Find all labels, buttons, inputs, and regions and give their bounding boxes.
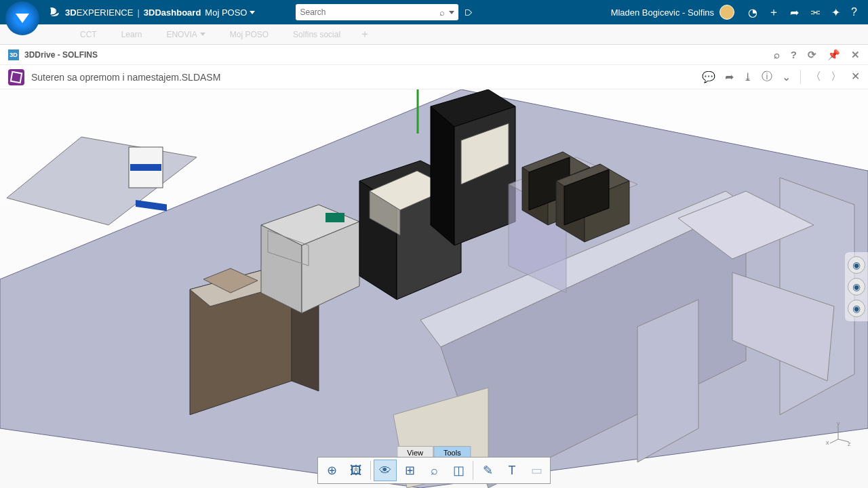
top-bar: 3DEXPERIENCE | 3DDashboard Moj POSO ⌕ ⌂ … bbox=[0, 0, 868, 24]
toolbar-separator bbox=[473, 461, 473, 480]
workspace-name[interactable]: Moj POSO bbox=[205, 7, 247, 18]
nav-arrows: 〈 〉 ✕ bbox=[800, 70, 860, 84]
widget-actions: ⌕ ? ⟳ 📌 ✕ bbox=[774, 49, 860, 61]
widget-title: 3DDrive - SOLFINS bbox=[24, 50, 98, 60]
visibility-button[interactable]: 👁 bbox=[374, 460, 397, 481]
dropdown-icon[interactable]: ⌄ bbox=[782, 70, 791, 83]
measure-button[interactable]: ⌕ bbox=[422, 460, 446, 481]
app-name[interactable]: 3DDashboard bbox=[144, 7, 201, 18]
prev-icon[interactable]: 〈 bbox=[810, 70, 821, 84]
search-icon[interactable]: ⌕ bbox=[439, 7, 445, 18]
comment-icon[interactable]: 💬 bbox=[702, 70, 715, 83]
dashboard-tabs: CCT Learn ENOVIA Moj POSO Solfins social… bbox=[0, 24, 868, 45]
info-icon[interactable]: ⓘ bbox=[762, 70, 772, 84]
brand-experience: EXPERIENCE bbox=[77, 7, 134, 18]
help-icon[interactable]: ? bbox=[851, 6, 857, 18]
close-viewer-icon[interactable]: ✕ bbox=[851, 70, 860, 84]
view-controls: ◉ ◉ ◉ bbox=[845, 252, 868, 321]
tab-enovia[interactable]: ENOVIA bbox=[154, 24, 217, 44]
widget-help-icon[interactable]: ? bbox=[791, 49, 797, 61]
tab-cct[interactable]: CCT bbox=[68, 24, 109, 44]
download-icon[interactable]: ⤓ bbox=[743, 70, 752, 83]
view-mode-3-button[interactable]: ◉ bbox=[848, 300, 865, 317]
share-nodes-icon[interactable]: ⫘ bbox=[810, 6, 821, 18]
compass-logo[interactable] bbox=[5, 1, 39, 35]
3d-scene-render bbox=[0, 89, 868, 488]
brand-divider: | bbox=[137, 7, 139, 18]
view-mode-1-button[interactable]: ◉ bbox=[848, 256, 865, 274]
file-share-icon[interactable]: ➦ bbox=[725, 70, 734, 83]
apps-icon[interactable]: ✦ bbox=[831, 6, 840, 19]
username-label[interactable]: Mladen Bogicevic - Solfins bbox=[611, 7, 714, 18]
tab-moj-poso[interactable]: Moj POSO bbox=[218, 24, 281, 44]
share-arrow-icon[interactable]: ➦ bbox=[790, 6, 799, 19]
svg-line-41 bbox=[830, 439, 838, 443]
file-name: Suteren sa opremom i namestajem.SLDASM bbox=[31, 72, 220, 83]
svg-text:x: x bbox=[826, 439, 829, 446]
text-annotation-button[interactable]: T bbox=[500, 460, 524, 481]
fit-view-button[interactable]: ⊕ bbox=[320, 460, 343, 481]
widget-header: 3D 3DDrive - SOLFINS ⌕ ? ⟳ 📌 ✕ bbox=[0, 45, 868, 65]
svg-rect-9 bbox=[130, 164, 161, 171]
orientation-indicator[interactable]: xyz bbox=[825, 419, 852, 447]
avatar[interactable] bbox=[719, 5, 734, 20]
tag-icon[interactable]: ⌂ bbox=[462, 9, 476, 16]
widget-refresh-icon[interactable]: ⟳ bbox=[808, 49, 816, 61]
search-dropdown-icon[interactable] bbox=[449, 11, 454, 14]
explode-button[interactable]: ⊞ bbox=[398, 460, 421, 481]
3d-viewport[interactable]: ◉ ◉ ◉ xyz View Tools ⊕ 🖼 👁 ⊞ ⌕ ◫ ✎ T ▭ bbox=[0, 89, 868, 488]
svg-text:z: z bbox=[848, 441, 851, 446]
slides-button[interactable]: ▭ bbox=[525, 460, 548, 481]
widget-app-icon: 3D bbox=[8, 49, 19, 60]
widget-pin-icon[interactable]: 📌 bbox=[827, 49, 840, 61]
ds-logo-icon bbox=[47, 5, 61, 19]
plus-icon[interactable]: ＋ bbox=[768, 5, 779, 20]
tab-solfins-social[interactable]: Solfins social bbox=[281, 24, 353, 44]
notification-icon[interactable]: ◔ bbox=[748, 6, 757, 19]
chevron-down-icon bbox=[200, 33, 205, 36]
next-icon[interactable]: 〉 bbox=[831, 70, 842, 84]
assembly-file-icon bbox=[8, 69, 24, 85]
bottom-toolbar: ⊕ 🖼 👁 ⊞ ⌕ ◫ ✎ T ▭ bbox=[317, 457, 551, 484]
chevron-down-icon[interactable] bbox=[250, 11, 255, 14]
view-mode-2-button[interactable]: ◉ bbox=[848, 278, 865, 296]
widget-close-icon[interactable]: ✕ bbox=[851, 49, 860, 61]
svg-text:y: y bbox=[837, 420, 840, 427]
file-header: Suteren sa opremom i namestajem.SLDASM 💬… bbox=[0, 65, 868, 89]
toolbar-separator bbox=[370, 461, 371, 480]
search-box[interactable]: ⌕ bbox=[296, 4, 458, 20]
add-tab-button[interactable]: ＋ bbox=[353, 27, 377, 41]
snapshot-button[interactable]: 🖼 bbox=[344, 460, 368, 481]
svg-marker-26 bbox=[431, 106, 454, 245]
section-button[interactable]: ◫ bbox=[447, 460, 470, 481]
tab-learn[interactable]: Learn bbox=[109, 24, 155, 44]
widget-search-icon[interactable]: ⌕ bbox=[774, 49, 780, 61]
search-input[interactable] bbox=[300, 7, 439, 17]
file-actions: 💬 ➦ ⤓ ⓘ ⌄ 〈 〉 ✕ bbox=[702, 70, 860, 84]
svg-rect-18 bbox=[326, 213, 344, 222]
markup-pen-button[interactable]: ✎ bbox=[476, 460, 499, 481]
svg-rect-10 bbox=[136, 200, 167, 211]
brand-3d: 3D bbox=[65, 7, 77, 18]
